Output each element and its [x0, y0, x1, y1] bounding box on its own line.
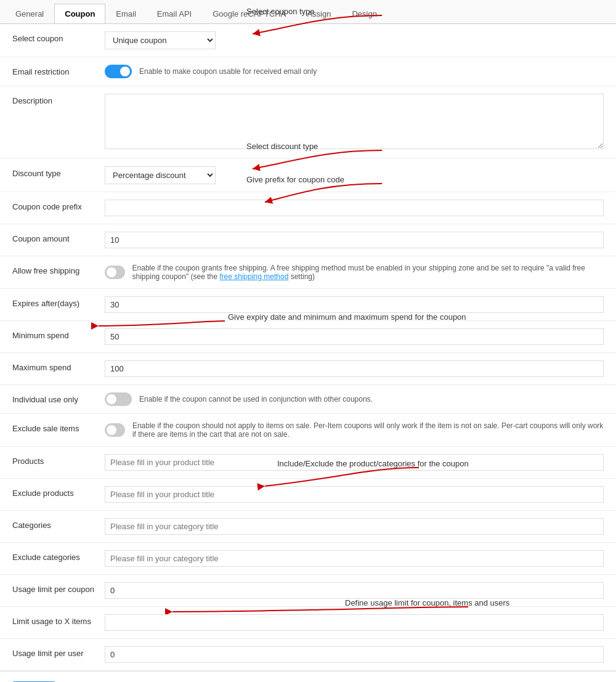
exclude-products-row: Exclude products Include/Exclude the pro… [0, 479, 616, 511]
tab-general[interactable]: General [5, 4, 54, 23]
allow-free-shipping-label: Allow free shipping [12, 264, 105, 275]
exclude-products-label: Exclude products [12, 486, 105, 498]
individual-use-label: Individual use only [12, 392, 105, 404]
coupon-amount-input[interactable] [105, 232, 604, 248]
content-area: Select coupon Unique coupon Select coupo… [0, 24, 616, 671]
exclude-sale-desc: Enable if the coupon should not apply to… [132, 421, 604, 439]
usage-limit-user-row: Usage limit per user [0, 639, 616, 671]
description-textarea[interactable] [105, 94, 604, 149]
minimum-spend-input[interactable] [105, 328, 604, 345]
email-restriction-label: Email restriction [12, 65, 105, 76]
annotation-discount-type: Select discount type [246, 142, 318, 151]
tab-design[interactable]: Design [341, 4, 387, 23]
usage-limit-user-label: Usage limit per user [12, 646, 105, 658]
individual-use-toggle[interactable] [105, 392, 132, 406]
coupon-amount-label: Coupon amount [12, 232, 105, 243]
exclude-sale-toggle[interactable] [105, 423, 125, 437]
expires-after-input[interactable] [105, 296, 604, 313]
maximum-spend-label: Maximum spend [12, 360, 105, 372]
products-label: Products [12, 454, 105, 466]
minimum-spend-row: Minimum spend [0, 321, 616, 353]
coupon-amount-row: Coupon amount [0, 224, 616, 256]
description-label: Description [12, 94, 105, 105]
maximum-spend-input[interactable] [105, 360, 604, 377]
coupon-code-prefix-row: Coupon code prefix Give prefix for coupo… [0, 192, 616, 224]
expires-after-label: Expires after(days) [12, 296, 105, 308]
free-shipping-method-link[interactable]: free shipping method [219, 272, 288, 281]
allow-free-shipping-row: Allow free shipping Enable if the coupon… [0, 256, 616, 289]
annotation-include-exclude: Include/Exclude the product/categories f… [277, 459, 469, 468]
arrow-coupon-prefix [142, 179, 246, 203]
discount-type-label: Discount type [12, 166, 105, 178]
save-bar: Save [0, 671, 616, 682]
exclude-categories-label: Exclude categories [12, 550, 105, 562]
usage-limit-user-input[interactable] [105, 646, 604, 663]
annotation-expiry: Give expiry date and minimum and maximum… [228, 312, 466, 322]
annotation-usage-limit: Define usage limit for coupon, items and… [345, 598, 509, 607]
categories-input[interactable] [105, 518, 604, 535]
tab-email[interactable]: Email [105, 4, 147, 23]
annotation-coupon-prefix: Give prefix for coupon code [246, 175, 344, 184]
maximum-spend-row: Maximum spend [0, 353, 616, 385]
email-restriction-desc: Enable to make coupon usable for receive… [139, 67, 317, 76]
exclude-categories-row: Exclude categories [0, 543, 616, 575]
minimum-spend-label: Minimum spend [12, 328, 105, 340]
email-restriction-toggle[interactable] [105, 65, 132, 78]
exclude-products-input[interactable] [105, 486, 604, 503]
email-restriction-row: Email restriction Enable to make coupon … [0, 57, 616, 86]
arrow-include-exclude [154, 463, 277, 487]
usage-limit-row: Usage limit per coupon Define usage limi… [0, 575, 616, 607]
limit-usage-items-row: Limit usage to X items [0, 607, 616, 639]
categories-label: Categories [12, 518, 105, 530]
individual-use-desc: Enable if the coupon cannot be used in c… [139, 395, 373, 404]
arrow-discount-type [142, 145, 246, 170]
usage-limit-label: Usage limit per coupon [12, 582, 105, 594]
exclude-sale-row: Exclude sale items Enable if the coupon … [0, 414, 616, 447]
annotation-select-coupon-type: Select coupon type [246, 7, 315, 16]
usage-limit-input[interactable] [105, 582, 604, 599]
tab-coupon[interactable]: Coupon [54, 4, 105, 23]
select-coupon-label: Select coupon [12, 31, 105, 43]
coupon-code-prefix-label: Coupon code prefix [12, 200, 105, 211]
limit-usage-items-input[interactable] [105, 614, 604, 631]
expires-after-row: Expires after(days) Give expiry date and… [0, 289, 616, 321]
exclude-sale-label: Exclude sale items [12, 421, 105, 433]
arrow-select-coupon [142, 10, 246, 35]
categories-row: Categories [0, 511, 616, 543]
allow-free-shipping-toggle[interactable] [105, 266, 125, 279]
individual-use-row: Individual use only Enable if the coupon… [0, 385, 616, 414]
exclude-categories-input[interactable] [105, 550, 604, 567]
allow-free-shipping-desc: Enable if the coupon grants free shippin… [132, 264, 604, 281]
select-coupon-row: Select coupon Unique coupon Select coupo… [0, 24, 616, 57]
limit-usage-items-label: Limit usage to X items [12, 614, 105, 626]
